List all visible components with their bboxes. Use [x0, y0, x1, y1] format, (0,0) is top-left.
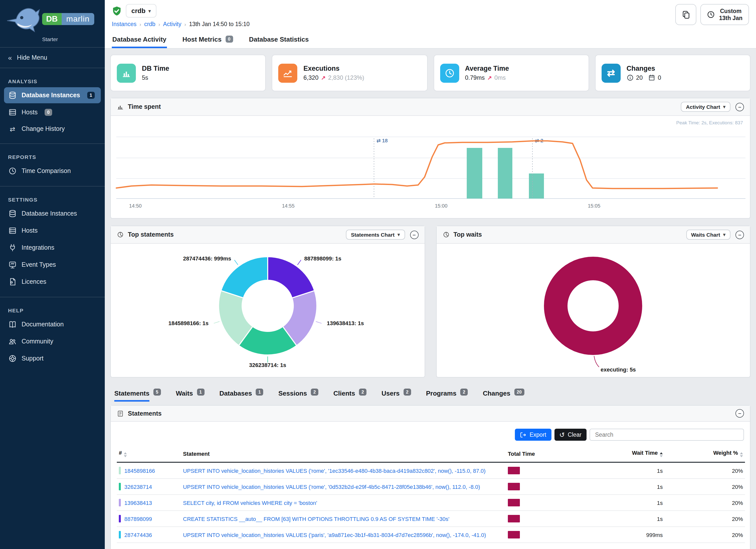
tab-programs[interactable]: Programs 2 — [426, 390, 468, 400]
calendar-icon[interactable] — [648, 74, 655, 81]
trend-up-icon: ↗ — [321, 74, 326, 81]
count-badge: 1 — [87, 92, 95, 99]
collapse-panel-icon[interactable]: – — [735, 230, 744, 239]
weight-value: 20% — [665, 479, 745, 495]
column-header-id[interactable]: # — [117, 447, 177, 462]
collapse-chevrons-icon: « — [8, 54, 12, 61]
search-input[interactable] — [590, 429, 744, 441]
statement-link[interactable]: UPSERT INTO vehicle_location_histories V… — [183, 532, 486, 538]
breadcrumb-separator: › — [158, 21, 160, 27]
tab-statements[interactable]: Statements 5 — [114, 390, 161, 400]
statements-chart-select[interactable]: Statements Chart▾ — [346, 230, 405, 240]
export-icon — [520, 431, 527, 438]
waits-chart-select[interactable]: Waits Chart▾ — [686, 230, 730, 240]
collapse-panel-icon[interactable]: – — [735, 103, 744, 111]
tab-host-metrics[interactable]: Host Metrics 0 — [182, 34, 233, 48]
main-area: crdb ▾ Instances› crdb› Activity› 13th J… — [105, 0, 756, 549]
statement-link[interactable]: CREATE STATISTICS __auto__ FROM [63] WIT… — [183, 516, 449, 522]
statement-link[interactable]: UPSERT INTO vehicle_location_histories V… — [183, 468, 486, 474]
column-header-statement[interactable]: Statement — [177, 447, 502, 462]
breadcrumb-instances[interactable]: Instances — [112, 21, 136, 27]
event-types-icon — [9, 261, 17, 269]
sidebar-item-hosts-settings[interactable]: Hosts — [4, 223, 101, 239]
statement-color-chip — [119, 467, 121, 474]
svg-text:1845898166: 1s: 1845898166: 1s — [168, 320, 208, 326]
copy-link-button[interactable] — [676, 4, 697, 25]
breadcrumb-timerange: 13th Jan 14:50 to 15:10 — [189, 21, 250, 27]
card-title: DB Time — [142, 65, 169, 72]
statements-panel: Statements – Export ↺ Clear — [110, 405, 750, 549]
clock-icon — [9, 167, 17, 175]
sidebar-item-event-types[interactable]: Event Types — [4, 257, 101, 273]
tab-clients[interactable]: Clients 2 — [333, 390, 366, 400]
change-arrows-icon: ⇄ — [602, 63, 621, 82]
sidebar-item-community[interactable]: Community — [4, 333, 101, 349]
info-icon[interactable] — [627, 74, 634, 81]
collapse-panel-icon[interactable]: – — [410, 230, 418, 239]
breadcrumb-separator: › — [139, 21, 141, 27]
tab-changes[interactable]: Changes 20 — [483, 390, 524, 400]
tab-databases[interactable]: Databases 1 — [219, 390, 263, 400]
weight-value: 20% — [665, 527, 745, 543]
statement-id-link[interactable]: 1845898166 — [124, 468, 155, 474]
card-title: Average Time — [465, 65, 509, 72]
sidebar-item-database-instances[interactable]: Database Instances 1 — [4, 87, 101, 103]
export-button[interactable]: Export — [515, 429, 551, 441]
statement-id-link[interactable]: 326238714 — [124, 484, 152, 490]
clear-button[interactable]: ↺ Clear — [554, 429, 587, 441]
breadcrumb-activity[interactable]: Activity — [163, 21, 181, 27]
trend-up-icon: ↗ — [487, 74, 492, 81]
column-header-total-time[interactable]: Total Time — [502, 447, 592, 462]
statement-id-link[interactable]: 139638413 — [124, 500, 152, 506]
tab-database-statistics[interactable]: Database Statistics — [248, 34, 309, 48]
column-header-wait-time[interactable]: Wait Time — [592, 447, 665, 462]
tab-waits[interactable]: Waits 1 — [176, 390, 204, 400]
sidebar-item-change-history[interactable]: ⇄ Change History — [4, 121, 101, 136]
panel-title: Top waits — [453, 231, 482, 238]
breadcrumb-crdb[interactable]: crdb — [144, 21, 155, 27]
svg-text:887898099: 1s: 887898099: 1s — [304, 255, 341, 262]
people-icon — [9, 337, 17, 345]
plug-icon — [9, 244, 17, 252]
server-icon — [9, 227, 17, 235]
statement-id-link[interactable]: 287474436 — [124, 532, 152, 538]
sidebar-section-reports: REPORTS Time Comparison — [0, 144, 105, 186]
card-average-time: Average Time 0.79ms ↗ 0ms — [433, 55, 589, 91]
svg-text:15:00: 15:00 — [435, 203, 447, 209]
statement-color-chip — [119, 515, 121, 522]
time-range-button[interactable]: Custom 13th Jan — [701, 4, 749, 25]
sidebar-item-hosts[interactable]: Hosts 0 — [4, 104, 101, 120]
statement-id-link[interactable]: 887898099 — [124, 516, 152, 522]
wait-time-value: 1s — [592, 462, 665, 479]
statement-link[interactable]: SELECT city, id FROM vehicles WHERE city… — [183, 500, 317, 506]
statement-color-chip — [119, 483, 121, 490]
activity-chart-select[interactable]: Activity Chart▾ — [681, 102, 730, 112]
book-icon — [9, 320, 17, 328]
card-changes: ⇄ Changes 20 0 — [595, 55, 751, 91]
statement-link[interactable]: UPSERT INTO vehicle_location_histories V… — [183, 484, 480, 490]
top-statements-donut[interactable]: 887898099: 1s139638413: 1s326238714: 1s1… — [113, 244, 423, 377]
tab-database-activity[interactable]: Database Activity — [112, 34, 167, 48]
time-spent-chart[interactable]: ⇄ 18⇄ 214:5014:5515:0015:05 — [111, 116, 751, 218]
bar-chart-icon — [117, 103, 124, 110]
card-title: Changes — [627, 65, 661, 72]
sidebar-item-support[interactable]: Support — [4, 350, 101, 367]
column-header-weight[interactable]: Weight % — [665, 447, 745, 462]
tab-sessions[interactable]: Sessions 2 — [278, 390, 318, 400]
card-value: 6,320 — [304, 74, 319, 81]
sidebar-item-database-instances-settings[interactable]: Database Instances — [4, 206, 101, 222]
time-spent-panel: Time spent Activity Chart▾ – ⇄ 18⇄ 214:5… — [110, 98, 750, 219]
sidebar-item-documentation[interactable]: Documentation — [4, 316, 101, 332]
svg-text:⇄ 18: ⇄ 18 — [376, 138, 388, 143]
collapse-panel-icon[interactable]: – — [735, 409, 744, 418]
sidebar-item-licences[interactable]: Licences — [4, 274, 101, 290]
sidebar-item-integrations[interactable]: Integrations — [4, 240, 101, 256]
panel-title: Time spent — [128, 103, 161, 110]
tab-users[interactable]: Users 2 — [382, 390, 411, 400]
sidebar-item-label: Database Instances — [22, 210, 77, 217]
instance-selector[interactable]: crdb ▾ — [126, 4, 156, 18]
top-waits-donut[interactable]: executing: 5s — [438, 244, 748, 377]
marlin-fish-icon — [5, 6, 42, 34]
sidebar-item-time-comparison[interactable]: Time Comparison — [4, 163, 101, 179]
hide-menu-button[interactable]: « Hide Menu — [0, 48, 105, 68]
